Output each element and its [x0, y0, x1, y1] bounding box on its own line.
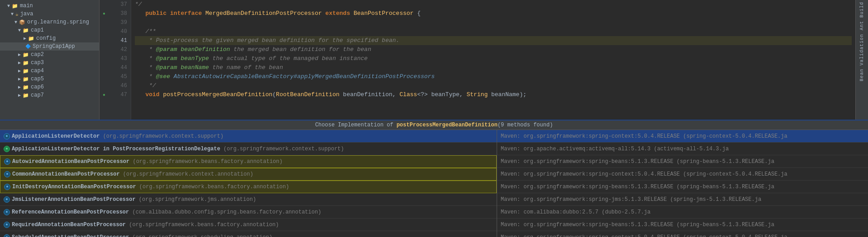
- class-name-text: ApplicationListenerDetector in PostProce…: [12, 146, 220, 152]
- param-val: beanName: [180, 64, 209, 71]
- class-name-text: RequiredAnnotationBeanPostProcessor: [12, 222, 126, 228]
- impl-item-4[interactable]: ● InitDestroyAnnotationBeanPostProcessor…: [0, 181, 497, 193]
- arrow-icon: ▶: [18, 68, 21, 74]
- impl-icon-blue: ●: [4, 158, 10, 165]
- impl-icon-blue: ●: [4, 222, 10, 228]
- ln-38: 38: [112, 9, 127, 18]
- impl-icon-blue: ●: [4, 133, 10, 139]
- impl-class-name: RequiredAnnotationBeanPostProcessor (org…: [12, 222, 279, 228]
- code-text: (: [272, 91, 276, 98]
- impl-class-name: CommonAnnotationBeanPostProcessor (org.s…: [12, 171, 253, 177]
- type-name: Class: [399, 91, 417, 98]
- tree-item-springapp[interactable]: 🔷 SpringCap1App: [0, 42, 99, 51]
- editor-gutter: ● ●: [100, 0, 109, 120]
- ln-43: 43: [112, 54, 127, 63]
- popup-methods-count: (9 methods found): [498, 122, 553, 128]
- folder-icon: 📁: [23, 76, 29, 82]
- code-text: [350, 10, 354, 17]
- keyword-interface: interface: [170, 10, 202, 17]
- file-icon: 🔷: [25, 44, 31, 49]
- tree-item-java[interactable]: ▼ ☕ java: [0, 10, 99, 18]
- arrow-icon: ▶: [18, 76, 21, 82]
- comment-text: /**: [135, 28, 156, 35]
- tree-item-cap7[interactable]: ▶ 📁 cap7: [0, 91, 99, 99]
- code-line-41: * Post-process the given merged bean def…: [135, 36, 852, 45]
- tree-label: config: [36, 35, 56, 42]
- maven-list[interactable]: Maven: org.springframework:spring-contex…: [497, 130, 868, 237]
- tree-item-cap6[interactable]: ▶ 📁 cap6: [0, 83, 99, 91]
- impl-item-6[interactable]: ● ReferenceAnnotationBeanPostProcessor (…: [0, 206, 497, 218]
- code-lines: */ public interface MergedBeanDefinition…: [131, 0, 855, 120]
- maven-text: Maven: org.springframework:spring-jms:5.…: [501, 196, 761, 203]
- tree-item-package[interactable]: ▼ 📦 org.learning.spring: [0, 18, 99, 26]
- impl-class-name: ReferenceAnnotationBeanPostProcessor (co…: [12, 209, 321, 215]
- impl-item-0[interactable]: ● ApplicationListenerDetector (org.sprin…: [0, 130, 497, 143]
- maven-item-2[interactable]: Maven: org.springframework:spring-beans:…: [497, 155, 868, 168]
- gutter-45: [100, 72, 109, 81]
- maven-text: Maven: org.springframework:spring-contex…: [501, 171, 787, 177]
- package-text: (org.springframework.beans.factory.annot…: [133, 158, 282, 165]
- file-tree[interactable]: ▼ 📁 main ▼ ☕ java ▼ 📦 org.learning.sprin…: [0, 0, 100, 120]
- tree-item-cap5[interactable]: ▶ 📁 cap5: [0, 75, 99, 83]
- class-name-text: ScheduledAnnotationBeanPostProcessor: [12, 234, 129, 237]
- arrow-icon: ▶: [24, 36, 26, 41]
- maven-text: Maven: org.springframework:spring-beans:…: [501, 184, 774, 190]
- folder-icon: 📁: [23, 52, 29, 58]
- maven-item-5[interactable]: Maven: org.springframework:spring-jms:5.…: [497, 193, 868, 206]
- comment-text: the actual type of the managed bean inst…: [209, 55, 368, 62]
- code-line-39: [135, 18, 852, 27]
- implementation-popup: Choose Implementation of postProcessMerg…: [0, 120, 868, 237]
- maven-item-8[interactable]: Maven: org.springframework:spring-contex…: [497, 231, 868, 237]
- comment-text: *: [135, 55, 156, 62]
- parent-type: BeanPostProcessor: [354, 10, 414, 17]
- maven-item-0[interactable]: Maven: org.springframework:spring-contex…: [497, 130, 868, 143]
- comment-text: * Post-process the given merged bean def…: [135, 37, 399, 44]
- maven-item-4[interactable]: Maven: org.springframework:spring-beans:…: [497, 181, 868, 193]
- impl-item-7[interactable]: ● RequiredAnnotationBeanPostProcessor (o…: [0, 218, 497, 231]
- tree-item-cap4[interactable]: ▶ 📁 cap4: [0, 67, 99, 75]
- folder-icon: 📁: [23, 28, 29, 33]
- tree-label: org.learning.spring: [27, 19, 89, 25]
- tree-item-config[interactable]: ▶ 📁 config: [0, 34, 99, 42]
- popup-header-prefix: Choose Implementation of: [315, 122, 397, 128]
- see-tag: @see: [156, 73, 170, 80]
- popup-header: Choose Implementation of postProcessMerg…: [0, 121, 868, 130]
- impl-icon-green: ●: [4, 146, 10, 152]
- impl-item-8[interactable]: ● ScheduledAnnotationBeanPostProcessor (…: [0, 231, 497, 237]
- comment-text: *: [135, 64, 156, 71]
- maven-item-7[interactable]: Maven: org.springframework:spring-beans:…: [497, 218, 868, 231]
- impl-item-2[interactable]: ● AutowiredAnnotationBeanPostProcessor (…: [0, 155, 497, 168]
- see-val: AbstractAutowireCapableBeanFactory#apply…: [174, 73, 435, 80]
- impl-item-1[interactable]: ● ApplicationListenerDetector in PostPro…: [0, 143, 497, 155]
- code-line-40: /**: [135, 27, 852, 36]
- code-line-38: public interface MergedBeanDefinitionPos…: [135, 9, 852, 18]
- arrow-icon: ▶: [18, 60, 21, 65]
- code-line-44: * @param beanName the name of the bean: [135, 63, 852, 72]
- tree-item-cap2[interactable]: ▶ 📁 cap2: [0, 51, 99, 59]
- tree-label: cap5: [31, 76, 44, 82]
- folder-icon: ☕: [15, 11, 19, 17]
- tree-item-cap1[interactable]: ▼ 📁 cap1: [0, 26, 99, 34]
- ln-46: 46: [112, 81, 127, 90]
- comment-text: the merged bean definition for the bean: [230, 46, 371, 53]
- package-text: (org.springframework.beans.factory.annot…: [129, 222, 279, 228]
- impl-item-3[interactable]: ● CommonAnnotationBeanPostProcessor (org…: [0, 168, 497, 181]
- maven-item-3[interactable]: Maven: org.springframework:spring-contex…: [497, 168, 868, 181]
- class-name-text: ReferenceAnnotationBeanPostProcessor: [12, 209, 129, 215]
- maven-item-1[interactable]: Maven: org.apache.activemq:activemq-all:…: [497, 143, 868, 155]
- ln-40: 40: [112, 27, 127, 36]
- impl-class-name: ScheduledAnnotationBeanPostProcessor (or…: [12, 234, 272, 237]
- ln-45: 45: [112, 72, 127, 81]
- impl-icon-blue: ●: [4, 196, 10, 203]
- implementation-list[interactable]: ● ApplicationListenerDetector (org.sprin…: [0, 130, 497, 237]
- ln-37: 37: [112, 0, 127, 9]
- tree-item-main[interactable]: ▼ 📁 main: [0, 2, 99, 10]
- impl-item-5[interactable]: ● JmsListenerAnnotationBeanPostProcessor…: [0, 193, 497, 206]
- maven-item-6[interactable]: Maven: com.alibaba:dubbo:2.5.7 (dubbo-2.…: [497, 206, 868, 218]
- tree-label: cap2: [31, 51, 44, 58]
- maven-text: Maven: com.alibaba:dubbo:2.5.7 (dubbo-2.…: [501, 209, 650, 215]
- gutter-39: [100, 18, 109, 27]
- tree-item-cap3[interactable]: ▶ 📁 cap3: [0, 59, 99, 67]
- ln-47: 47: [112, 90, 127, 99]
- folder-icon: 📁: [12, 3, 18, 9]
